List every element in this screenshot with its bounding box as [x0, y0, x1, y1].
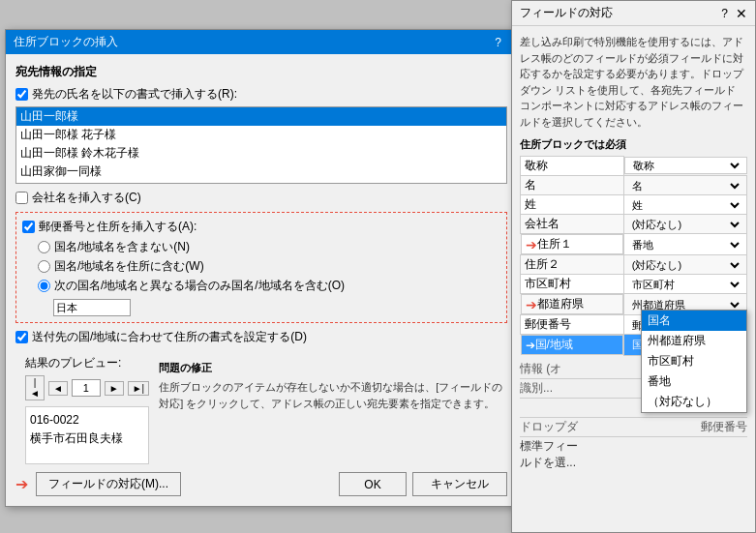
page-number-input[interactable] — [72, 379, 101, 397]
field-left-label: 姓 — [521, 195, 624, 215]
radio-group: 国名/地域名を含まない(N) 国名/地域名を住所に含む(W) 次の国名/地域名と… — [38, 239, 500, 316]
send-country-label: 送付先の国/地域に合わせて住所の書式を設定する(D) — [32, 329, 307, 345]
info-label: 情報 (オ — [520, 361, 561, 377]
field-left-label: ➔住所１ — [521, 234, 623, 254]
panel-close-button[interactable]: ✕ — [736, 6, 747, 21]
send-country-row: 送付先の国/地域に合わせて住所の書式を設定する(D) — [15, 329, 507, 345]
field-select[interactable]: 姓 — [628, 198, 742, 212]
name-checkbox[interactable] — [15, 88, 28, 101]
radio-different-country[interactable] — [38, 280, 50, 292]
required-section-label: 住所ブロックでは必須 — [520, 137, 747, 152]
field-select[interactable]: 番地 — [628, 238, 742, 252]
preview-nav: |◄ ◄ ► ►| — [25, 375, 149, 400]
recipient-section-title: 宛先情報の指定 — [15, 64, 507, 80]
table-row: 住所２ (対応なし) — [521, 255, 747, 275]
panel-titlebar: フィールドの対応 ? ✕ — [512, 1, 755, 26]
field-left-label: 会社名 — [521, 215, 624, 234]
nav-first-button[interactable]: |◄ — [25, 375, 45, 400]
field-right-select[interactable]: 姓 — [623, 195, 746, 215]
field-right-select[interactable]: (対応なし) — [623, 215, 746, 234]
postal-checkbox-label: 郵便番号と住所を挿入する(A): — [39, 219, 197, 235]
country-input[interactable] — [53, 299, 131, 316]
field-right-select[interactable]: 番地 — [623, 234, 746, 255]
field-select[interactable]: (対応なし) — [628, 258, 742, 272]
radio-no-country[interactable] — [38, 241, 50, 253]
list-item[interactable]: 山田一郎様 — [16, 107, 506, 126]
postal-checkbox-row: 郵便番号と住所を挿入する(A): — [22, 219, 500, 235]
dialog-body: 宛先情報の指定 発先の氏名を以下の書式で挿入する(R): 山田一郎様 山田一郎様… — [6, 54, 517, 506]
name-checkbox-label: 発先の氏名を以下の書式で挿入する(R): — [32, 86, 237, 103]
field-select[interactable]: 名 — [628, 179, 742, 192]
radio-include-country-label: 国名/地域名を住所に含む(W) — [54, 258, 204, 275]
problem-text: 住所ブロックのアイテムが存在しないか不適切な場合は、[フィールドの対応] をクリ… — [159, 379, 507, 447]
field-left-label: 住所２ — [521, 255, 624, 275]
cancel-button[interactable]: キャンセル — [412, 472, 507, 496]
main-dialog-title: 住所ブロックの挿入 — [14, 34, 118, 50]
table-row: 敬称 敬称 — [521, 157, 747, 176]
table-row: 姓 姓 — [521, 195, 747, 215]
nav-next-button[interactable]: ► — [105, 381, 124, 396]
preview-section: 結果のプレビュー: |◄ ◄ ► ►| 016-0022 横手市石田良夫様 — [25, 355, 149, 464]
arrow-icon: ➔ — [526, 237, 537, 252]
main-dialog: 住所ブロックの挿入 ? 宛先情報の指定 発先の氏名を以下の書式で挿入する(R):… — [5, 29, 518, 507]
field-right-select[interactable]: 市区町村 — [623, 275, 746, 294]
preview-line2: 横手市石田良夫様 — [30, 429, 144, 448]
radio-row-2: 国名/地域名を住所に含む(W) — [38, 258, 500, 275]
field-select[interactable]: 市区町村 — [628, 278, 742, 291]
nav-prev-button[interactable]: ◄ — [48, 381, 68, 396]
table-row: 名 名 — [521, 176, 747, 195]
field-right-select[interactable]: 名 — [623, 176, 746, 195]
field-select[interactable]: (対応なし) — [628, 218, 742, 231]
field-left-label: 市区町村 — [521, 275, 624, 294]
two-col-section: 結果のプレビュー: |◄ ◄ ► ►| 016-0022 横手市石田良夫様 問題… — [15, 355, 507, 464]
preview-label: 結果のプレビュー: — [25, 355, 149, 371]
field-right-select[interactable]: 敬称 — [624, 157, 747, 174]
table-row: ➔住所１ 番地 — [521, 234, 747, 255]
info-value4: 郵便番号 — [701, 419, 747, 435]
radio-include-country[interactable] — [38, 260, 50, 273]
panel-body: 差し込み印刷で特別機能を使用するには、アドレス帳のどのフィールドが必須フィールド… — [512, 26, 755, 532]
arrow-icon: ➔ — [526, 339, 535, 352]
name-listbox[interactable]: 山田一郎様 山田一郎様 花子様 山田一郎様 鈴木花子様 山田家御一同様 — [15, 106, 507, 184]
field-panel: フィールドの対応 ? ✕ 差し込み印刷で特別機能を使用するには、アドレス帳のどの… — [511, 0, 756, 533]
ok-cancel-buttons: OK キャンセル — [339, 472, 507, 496]
ok-button[interactable]: OK — [339, 472, 407, 496]
dropdown-label: ドロップダ — [520, 419, 578, 435]
list-item[interactable]: 山田家御一同様 — [16, 163, 506, 181]
dropdown-item-city[interactable]: 市区町村 — [642, 351, 746, 371]
preview-box: 016-0022 横手市石田良夫様 — [25, 406, 149, 464]
dropdown-item-none[interactable]: （対応なし） — [642, 392, 746, 412]
dropdown-item-prefecture[interactable]: 州都道府県 — [642, 331, 746, 351]
field-btn-arrow: ➔ — [15, 475, 28, 493]
radio-row-3: 次の国名/地域名と異なる場合のみ国名/地域名を含む(O) — [38, 278, 500, 294]
name-checkbox-row: 発先の氏名を以下の書式で挿入する(R): — [15, 86, 507, 103]
radio-different-country-label: 次の国名/地域名と異なる場合のみ国名/地域名を含む(O) — [54, 278, 345, 294]
panel-help-icon[interactable]: ? — [721, 7, 728, 20]
nav-last-button[interactable]: ►| — [128, 381, 150, 396]
dropdown-item-address[interactable]: 番地 — [642, 371, 746, 392]
preview-line1: 016-0022 — [30, 411, 144, 429]
field-select[interactable]: 敬称 — [629, 159, 742, 172]
standard-field-label[interactable]: 標準フィールドを選... — [520, 438, 578, 471]
field-left-label: 郵便番号 — [521, 315, 624, 335]
list-item[interactable]: 山田一郎様 花子様 — [16, 126, 506, 144]
bottom-row: ➔ フィールドの対応(M)... OK キャンセル — [15, 472, 507, 496]
table-row: 市区町村 市区町村 — [521, 275, 747, 294]
dropdown-item-kuniname[interactable]: 国名 — [642, 311, 746, 331]
main-dialog-titlebar: 住所ブロックの挿入 ? — [6, 30, 517, 54]
company-checkbox-label: 会社名を挿入する(C) — [32, 190, 141, 206]
table-row: 会社名 (対応なし) — [521, 215, 747, 234]
radio-row-1: 国名/地域名を含まない(N) — [38, 239, 500, 255]
arrow-icon: ➔ — [526, 297, 537, 312]
panel-title: フィールドの対応 — [520, 5, 613, 21]
field-left-label: 敬称 — [521, 157, 624, 176]
field-left-label: ➔都道府県 — [521, 294, 623, 314]
field-right-select[interactable]: (対応なし) — [623, 255, 746, 275]
postal-checkbox[interactable] — [22, 221, 35, 233]
list-item[interactable]: 山田一郎様 鈴木花子様 — [16, 144, 506, 163]
help-char: ? — [495, 36, 501, 49]
titlebar-buttons: ? — [495, 36, 509, 49]
company-checkbox[interactable] — [15, 192, 28, 204]
send-country-checkbox[interactable] — [15, 331, 28, 343]
field-correspondence-button[interactable]: フィールドの対応(M)... — [36, 472, 181, 496]
